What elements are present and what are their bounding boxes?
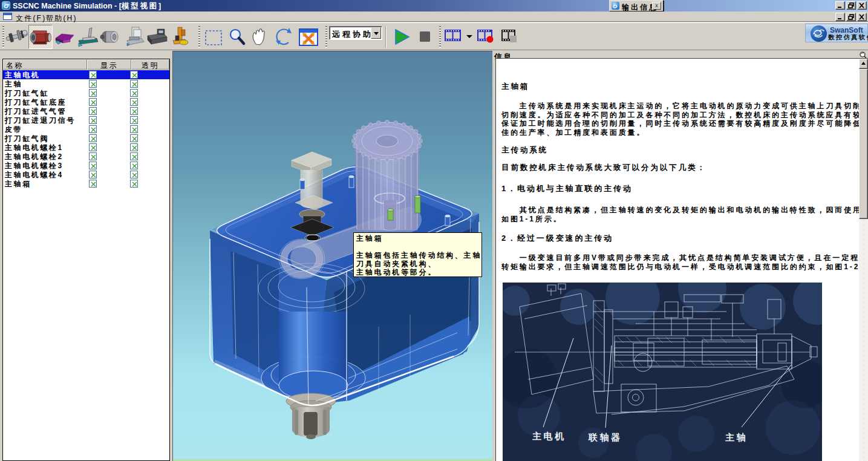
- svg-text:主轴: 主轴: [725, 432, 748, 442]
- svg-text:主电机: 主电机: [532, 431, 566, 441]
- svg-text:联轴器: 联轴器: [588, 432, 622, 442]
